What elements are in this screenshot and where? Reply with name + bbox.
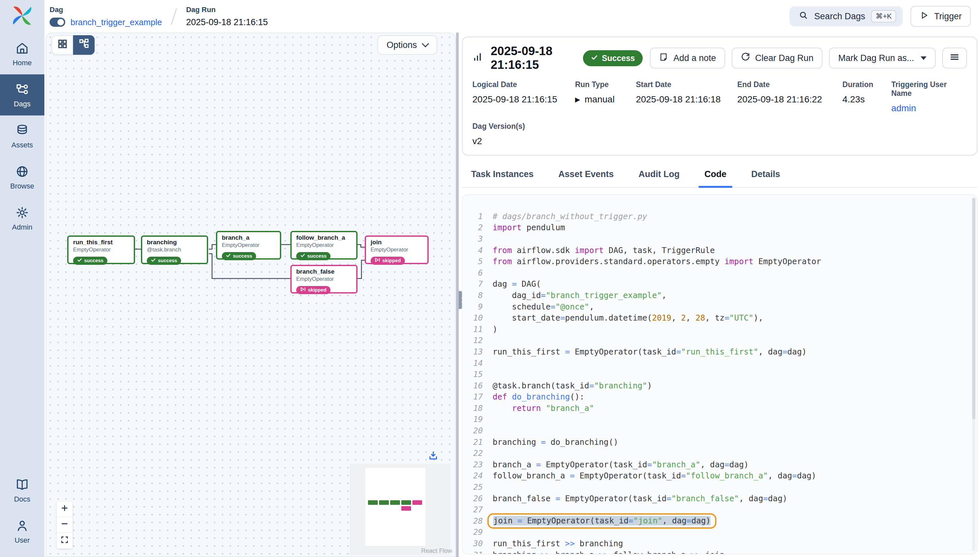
database-icon [15,123,29,138]
sidebar-item-docs[interactable]: Docs [0,470,44,511]
task-node-title: branch_a [222,234,276,241]
task-state-label: success [307,253,326,259]
code-line: 22 [463,448,977,459]
task-node-branching[interactable]: branching@task.branchsuccess [141,235,208,264]
run-actions: Add a note Clear Dag Run Mark Dag Run as… [650,47,967,68]
code-text: schedule="@once", [492,302,594,311]
trigger-button[interactable]: Trigger [910,6,971,27]
search-dags-button[interactable]: Search Dags ⌘+K [789,6,903,26]
sidebar-item-label: Home [13,59,32,67]
sidebar-item-assets[interactable]: Assets [0,116,44,156]
dag-run-panel: 2025-09-18 21:16:15 Success Add a note C… [462,36,977,554]
field-label: Triggering User Name [891,80,967,98]
task-state-label: success [233,253,252,259]
trigger-label: Trigger [934,11,962,21]
dag-name-link[interactable]: branch_trigger_example [70,17,162,28]
grid-view-button[interactable] [52,35,73,55]
code-text: ) [492,324,497,334]
field-value: 2025-09-18 21:16:22 [737,94,842,105]
status-badge: Success [583,50,642,66]
task-node-title: follow_branch_a [296,234,352,241]
task-state-badge: skipped [370,257,405,265]
task-node-title: branch_false [296,268,352,275]
graph-view-button[interactable] [73,35,95,55]
run-field-run-type: Run Type▶manual [575,80,636,114]
minimap-node [379,500,389,505]
play-icon [920,11,929,22]
line-number: 24 [463,471,492,480]
sidebar-item-user[interactable]: User [0,511,44,552]
task-node-join[interactable]: joinEmptyOperatorskipped [365,235,429,264]
run-field-start-date: Start Date2025-09-18 21:16:18 [636,80,737,114]
airflow-logo-icon[interactable] [11,5,33,27]
breadcrumb-separator [171,8,177,24]
task-node-run_this_first[interactable]: run_this_firstEmptyOperatorsuccess [67,235,135,264]
sidebar-item-dags[interactable]: Dags [0,74,44,116]
skip-icon [300,287,306,293]
mark-dag-run-as-button[interactable]: Mark Dag Run as... [829,47,936,68]
code-line: 18 return "branch_a" [463,402,977,414]
selected-text: join = EmptyOperator(task_id="join", dag… [493,516,711,525]
line-number: 6 [463,268,492,277]
code-line: 1# dags/branch_without_trigger.py [463,211,977,222]
download-graph-button[interactable] [428,451,439,464]
panel-divider[interactable] [456,33,459,557]
check-icon [591,54,598,63]
task-state-badge: success [296,252,331,260]
fit-view-button[interactable] [57,533,72,549]
tab-asset-events[interactable]: Asset Events [557,164,615,187]
graph-minimap[interactable] [350,464,450,555]
zoom-out-button[interactable] [57,517,72,533]
play-filled-icon: ▶ [575,96,580,103]
code-text: run_this_first = EmptyOperator(task_id="… [492,347,807,357]
task-node-branch_false[interactable]: branch_falseEmptyOperatorskipped [290,265,357,293]
field-value-link[interactable]: admin [891,103,967,114]
line-number: 31 [463,550,492,554]
task-node-follow_branch_a[interactable]: follow_branch_aEmptyOperatorsuccess [290,231,357,260]
code-text: branch_false = EmptyOperator(task_id="br… [492,494,787,503]
line-number: 4 [463,246,492,255]
line-number: 8 [463,291,492,300]
code-line: 13run_this_first = EmptyOperator(task_id… [463,346,977,357]
sidebar-item-browse[interactable]: Browse [0,156,44,198]
code-line: 4from airflow.sdk import DAG, task, Trig… [463,244,977,256]
globe-icon [15,164,29,179]
field-value: 4.23s [842,94,891,105]
code-line: 2import pendulum [463,222,977,233]
tab-audit-log[interactable]: Audit Log [637,164,681,187]
sidebar-item-admin[interactable]: Admin [0,198,44,239]
content: run_this_firstEmptyOperatorsuccessbranch… [44,33,980,557]
code-line: 12 [463,335,977,346]
sidebar-item-label: Assets [11,141,33,149]
breadcrumb-dag-run: Dag Run 2025-09-18 21:16:15 [186,5,268,28]
tab-details[interactable]: Details [750,164,782,187]
more-menu-button[interactable] [942,47,967,68]
user-icon [15,518,29,533]
line-number: 23 [463,460,492,469]
check-icon [226,253,231,259]
fit-view-icon [60,536,69,546]
run-title: 2025-09-18 21:16:15 [491,44,576,72]
dag-pause-toggle[interactable] [50,18,65,27]
highlighted-code-line: join = EmptyOperator(task_id="join", dag… [488,513,716,529]
code-line: 20 [463,425,977,436]
options-button[interactable]: Options [377,35,437,55]
sidebar: HomeDagsAssetsBrowseAdmin DocsUser [0,0,44,557]
line-number: 25 [463,482,492,492]
grid-icon [57,39,67,52]
field-label: End Date [737,80,842,89]
code-line: 10 start_date=pendulum.datetime(2019, 2,… [463,312,977,324]
code-text: def do_branching(): [492,392,584,401]
task-node-branch_a[interactable]: branch_aEmptyOperatorsuccess [216,231,281,260]
tab-code[interactable]: Code [703,164,728,187]
field-value: 2025-09-18 21:16:15 [472,94,575,105]
code-line: 23branch_a = EmptyOperator(task_id="bran… [463,459,977,470]
add-note-button[interactable]: Add a note [650,47,725,68]
zoom-in-button[interactable] [57,502,72,517]
clear-dag-run-button[interactable]: Clear Dag Run [732,47,823,68]
code-scrollbar-thumb[interactable] [972,198,975,419]
task-node-title: join [370,239,423,246]
sidebar-item-home[interactable]: Home [0,33,44,74]
tab-task-instances[interactable]: Task Instances [470,164,535,187]
code-lines: 1# dags/branch_without_trigger.py2import… [463,211,977,554]
